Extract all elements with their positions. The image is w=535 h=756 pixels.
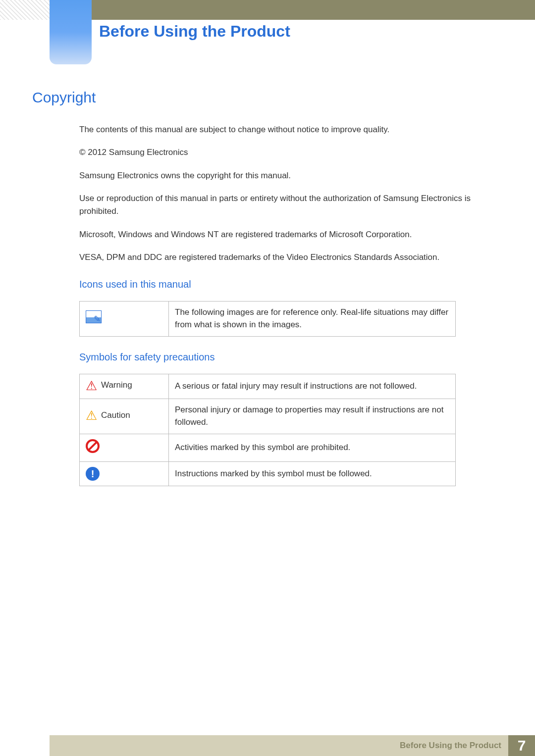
top-header-bar [50, 0, 535, 20]
icon-cell: ! [80, 462, 169, 486]
paragraph: Use or reproduction of this manual in pa… [79, 192, 493, 218]
paragraph: Microsoft, Windows and Windows NT are re… [79, 228, 493, 241]
table-row: Activities marked by this symbol are pro… [80, 434, 456, 462]
table-row: ⚠ Caution Personal injury or damage to p… [80, 399, 456, 434]
icon-description: Personal injury or damage to properties … [169, 399, 456, 434]
paragraph: Samsung Electronics owns the copyright f… [79, 169, 493, 182]
icons-table: The following images are for reference o… [79, 301, 456, 336]
chapter-title: Before Using the Product [99, 22, 290, 41]
paragraph: VESA, DPM and DDC are registered tradema… [79, 251, 493, 264]
icon-description: Instructions marked by this symbol must … [169, 462, 456, 486]
subsection-title-safety: Symbols for safety precautions [79, 352, 503, 363]
note-icon [86, 310, 102, 323]
icon-cell: ⚠ Caution [80, 399, 169, 434]
icon-cell [80, 302, 169, 336]
icon-description: Activities marked by this symbol are pro… [169, 434, 456, 462]
page-content: Copyright The contents of this manual ar… [32, 89, 503, 486]
icon-cell: ⚠ Warning [80, 374, 169, 399]
caution-icon: ⚠ [86, 409, 97, 422]
prohibit-icon [86, 439, 100, 453]
subsection-title-icons: Icons used in this manual [79, 279, 503, 290]
chapter-tab [50, 0, 92, 64]
decorative-stripes [0, 0, 50, 20]
footer-bar: Before Using the Product 7 [50, 735, 535, 756]
table-row: ⚠ Warning A serious or fatal injury may … [80, 374, 456, 399]
table-row: The following images are for reference o… [80, 302, 456, 336]
icon-cell [80, 434, 169, 462]
footer-chapter-title: Before Using the Product [400, 741, 501, 751]
page-number: 7 [508, 735, 535, 756]
icon-label: Warning [101, 379, 132, 392]
copyright-body: The contents of this manual are subject … [79, 123, 493, 264]
paragraph: © 2012 Samsung Electronics [79, 146, 493, 159]
info-icon: ! [86, 467, 100, 481]
section-title-copyright: Copyright [32, 89, 503, 106]
icon-label: Caution [101, 409, 130, 422]
icon-description: A serious or fatal injury may result if … [169, 374, 456, 399]
warning-icon: ⚠ [86, 379, 97, 392]
table-row: ! Instructions marked by this symbol mus… [80, 462, 456, 486]
icon-description: The following images are for reference o… [169, 302, 456, 336]
paragraph: The contents of this manual are subject … [79, 123, 493, 136]
safety-table: ⚠ Warning A serious or fatal injury may … [79, 374, 456, 487]
